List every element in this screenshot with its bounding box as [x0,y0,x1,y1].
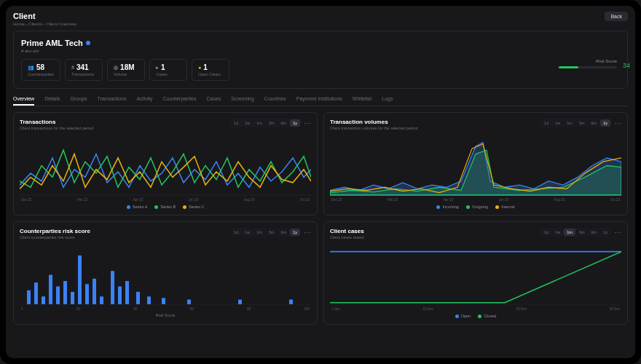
time-selector: 1d1w1m3m6m1y [540,119,611,127]
time-1y[interactable]: 1y [290,119,300,127]
card-risk: Counterparties risk scoreClient counterp… [13,221,318,325]
more-icon[interactable]: ⋯ [614,119,621,127]
tab-activity[interactable]: Activity [136,93,152,106]
svg-rect-13 [100,296,103,304]
time-1m[interactable]: 1m [564,119,575,127]
stat-transactions: #341Transactions [65,59,103,81]
tab-cases[interactable]: Cases [206,93,221,106]
time-6m[interactable]: 6m [589,229,600,236]
svg-rect-11 [85,284,89,304]
stat-cases: ▸1Cases [149,59,187,81]
svg-rect-7 [56,286,60,304]
more-icon[interactable]: ⋯ [614,229,621,237]
legend-dot-icon [436,205,440,209]
more-icon[interactable]: ⋯ [304,119,311,127]
chart-volumes [330,135,621,197]
time-selector: 1d1w1m3m6m1y [230,119,301,127]
legend-dot-icon [478,314,481,318]
x-axis-title: Risk Score [20,313,311,317]
legend: Incoming Outgoing Internal [330,205,621,209]
time-1w[interactable]: 1w [552,119,563,127]
legend-dot-icon [183,205,186,209]
tab-countries[interactable]: Countries [264,93,286,106]
time-1m[interactable]: 1m [253,229,265,236]
stat-open-cases: ●1Open Cases [192,59,229,81]
x-axis-labels: Dec 22Feb 23Apr 23Jun 23Aug 23Oct 23 [20,198,311,202]
tabs: Overview Details Groups Transactions Act… [13,93,628,106]
time-6m[interactable]: 6m [278,229,290,236]
x-axis-labels: 1 Dec10 Dec20 Dec30 Dec [330,307,621,311]
back-button[interactable]: Back [605,12,628,21]
card-volumes: Transaction volumesClient transaction vo… [323,112,628,215]
svg-rect-16 [125,281,129,304]
x-axis-labels: 020406080100 [20,307,311,311]
time-3m[interactable]: 3m [576,119,588,127]
time-1d[interactable]: 1d [541,229,551,236]
time-1y[interactable]: 1y [290,229,300,236]
card-transactions: TransactionsClient transactions for the … [13,112,318,215]
client-id: # abc-efx [21,49,620,53]
tab-overview[interactable]: Overview [13,93,34,106]
svg-rect-21 [238,300,242,304]
client-name: Prime AML Tech [21,39,83,47]
svg-rect-22 [289,300,293,304]
breadcrumb-item[interactable]: Home [13,22,25,26]
x-axis-labels: Dec 22Feb 23Apr 23Jun 23Aug 23Oct 23 [330,198,621,202]
time-1y[interactable]: 1y [600,119,610,127]
time-6m[interactable]: 6m [589,119,600,127]
legend: Series A Series B Series C [20,205,311,209]
legend-dot-icon [455,314,459,318]
time-1m[interactable]: 1m [253,119,265,127]
time-6m[interactable]: 6m [278,119,290,127]
time-1m[interactable]: 1m [564,229,575,236]
stat-volume: ◎18MVolume [107,59,145,81]
time-1w[interactable]: 1w [242,119,253,127]
chart-transactions [20,135,311,197]
time-selector: 1d1w1m3m6m1y [230,228,301,237]
legend: Open Closed [330,314,621,318]
time-1d[interactable]: 1d [541,119,551,127]
svg-rect-3 [27,290,31,304]
risk-score: Risk Score 34 [559,59,620,70]
time-1d[interactable]: 1d [231,229,241,236]
time-1d[interactable]: 1d [231,119,241,127]
time-3m[interactable]: 3m [576,229,588,236]
tab-counterparties[interactable]: Counterparties [163,93,197,106]
svg-rect-19 [162,298,165,304]
stat-counterparties: 👥58Counterparties [21,59,60,81]
card-cases: Client casesClient cases raised 1d1w1m3m… [323,221,628,325]
svg-rect-9 [71,292,74,304]
svg-rect-14 [111,271,114,304]
hash-icon: # [71,65,74,70]
tab-payment-institutions[interactable]: Payment Institutions [296,93,342,106]
tab-details[interactable]: Details [44,93,60,106]
svg-rect-8 [63,281,67,304]
legend-dot-icon [466,205,470,209]
time-1w[interactable]: 1w [552,229,563,236]
chart-risk [20,244,311,306]
time-1w[interactable]: 1w [242,229,253,236]
svg-rect-4 [34,282,38,304]
case-icon: ▸ [156,65,159,71]
tab-transactions[interactable]: Transactions [98,93,127,106]
svg-rect-12 [93,279,96,304]
volume-icon: ◎ [114,65,118,71]
verified-icon [86,41,90,45]
people-icon: 👥 [28,65,34,71]
client-header: Prime AML Tech # abc-efx 👥58Counterparti… [13,31,628,89]
time-3m[interactable]: 3m [266,229,278,236]
more-icon[interactable]: ⋯ [304,229,311,237]
tab-logs[interactable]: Logs [382,93,393,106]
svg-rect-15 [118,286,122,304]
breadcrumb-item[interactable]: Clients [28,22,42,26]
time-selector: 1d1w1m3m6m1y [540,228,611,237]
legend-dot-icon [495,205,499,209]
time-3m[interactable]: 3m [266,119,278,127]
legend-dot-icon [154,205,158,209]
svg-rect-17 [136,292,140,304]
time-1y[interactable]: 1y [600,229,610,236]
tab-whitelist[interactable]: Whitelist [353,93,371,106]
tab-screening[interactable]: Screening [231,93,254,106]
svg-rect-5 [42,296,45,304]
tab-groups[interactable]: Groups [71,93,87,106]
